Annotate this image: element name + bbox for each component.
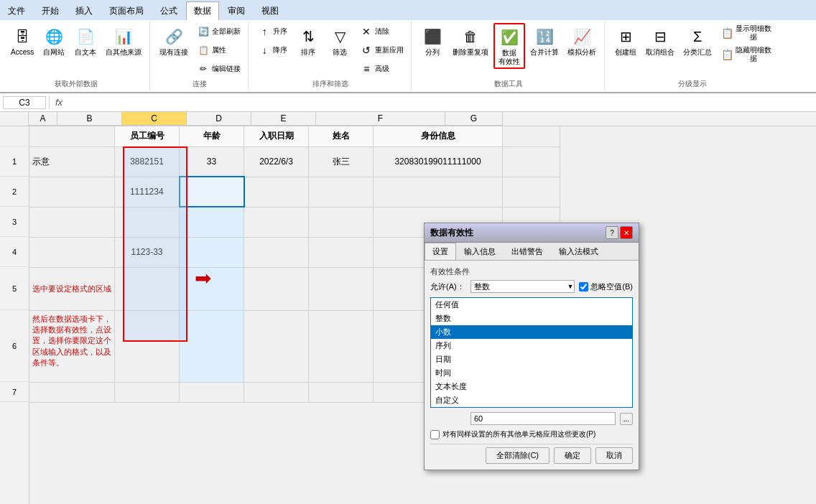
cell-B1[interactable]: 3882151 — [115, 146, 180, 177]
col-header-A[interactable]: A — [29, 112, 57, 126]
input-browse-btn1[interactable]: ... — [620, 413, 633, 425]
cell-A6[interactable]: 然后在数据选项卡下，选择数据有效性，点设置，选择你要限定这个区域输入的格式，以及… — [29, 310, 115, 382]
cell-D5[interactable] — [244, 267, 309, 310]
cell-C0[interactable]: 年龄 — [180, 126, 244, 146]
cell-B6[interactable] — [115, 310, 180, 382]
btn-other-sources[interactable]: 📊 自其他来源 — [102, 23, 145, 59]
btn-subtotal[interactable]: Σ 分类汇总 — [680, 23, 715, 59]
tab-view[interactable]: 视图 — [254, 1, 287, 20]
cell-C5[interactable] — [180, 267, 244, 310]
cell-E7[interactable] — [309, 382, 374, 402]
tab-home[interactable]: 开始 — [34, 1, 67, 20]
btn-advanced[interactable]: ≡ 高级 — [356, 60, 407, 78]
cell-C3[interactable] — [180, 207, 244, 237]
dropdown-item-any[interactable]: 任何值 — [431, 298, 632, 312]
cell-D6[interactable] — [244, 310, 309, 382]
allow-select[interactable]: 整数 — [470, 280, 575, 293]
cell-E0[interactable]: 姓名 — [309, 126, 374, 146]
btn-sort-asc[interactable]: ↑ 升序 — [254, 23, 290, 40]
cell-E5[interactable] — [309, 267, 374, 310]
dialog-help-btn[interactable]: ? — [606, 226, 618, 239]
row-header-2[interactable]: 2 — [0, 177, 29, 207]
cell-E2[interactable] — [309, 177, 374, 207]
cell-D0[interactable]: 入职日期 — [244, 126, 309, 146]
dialog-tab-error-alert[interactable]: 出错警告 — [504, 243, 551, 260]
apply-to-all-checkbox[interactable] — [430, 430, 440, 439]
btn-data-validate[interactable]: ✅ 数据有效性 — [493, 23, 525, 69]
dropdown-item-integer[interactable]: 整数 — [431, 312, 632, 325]
dialog-tab-input-msg[interactable]: 输入信息 — [456, 243, 504, 260]
cell-F0[interactable]: 身份信息 — [374, 126, 503, 146]
cell-D3[interactable] — [244, 207, 309, 237]
tab-layout[interactable]: 页面布局 — [101, 1, 152, 20]
tab-insert[interactable]: 插入 — [68, 1, 101, 20]
row-header-4[interactable]: 4 — [0, 237, 29, 267]
btn-existing-connections[interactable]: 🔗 现有连接 — [156, 23, 192, 59]
dialog-tab-input-mode[interactable]: 输入法模式 — [551, 243, 606, 260]
formula-input[interactable] — [68, 98, 813, 108]
cell-E1[interactable]: 张三 — [309, 146, 374, 177]
cell-G1[interactable] — [503, 146, 560, 177]
col-header-D[interactable]: D — [187, 112, 251, 126]
col-header-B[interactable]: B — [57, 112, 122, 126]
cell-D1[interactable]: 2022/6/3 — [244, 146, 309, 177]
ignore-blank-checkbox[interactable] — [579, 282, 588, 291]
cell-A5[interactable]: 选中要设定格式的区域 — [29, 267, 115, 310]
cell-E3[interactable] — [309, 207, 374, 237]
btn-access[interactable]: 🗄 Access — [7, 23, 37, 59]
cell-B4[interactable]: 1123-33 — [115, 237, 180, 267]
cell-C4[interactable] — [180, 237, 244, 267]
cell-C1[interactable]: 33 — [180, 146, 244, 177]
cell-D4[interactable] — [244, 237, 309, 267]
cell-D2[interactable] — [244, 177, 309, 207]
cell-B3[interactable] — [115, 207, 180, 237]
col-header-F[interactable]: F — [316, 112, 445, 126]
col-header-C[interactable]: C — [122, 112, 187, 126]
btn-what-if[interactable]: 📈 模拟分析 — [564, 23, 600, 59]
btn-sort[interactable]: ⇅ 排序 — [293, 23, 323, 59]
cell-A1[interactable]: 示意 — [29, 146, 115, 177]
btn-clear[interactable]: ✕ 清除 — [356, 23, 407, 40]
cell-E6[interactable] — [309, 310, 374, 382]
data-validation-dialog[interactable]: 数据有效性 ? ✕ 设置 输入信息 出错警告 输入法模式 有效性条件 允许(A)… — [424, 223, 639, 470]
cell-C2[interactable] — [180, 177, 244, 207]
cell-A0[interactable] — [29, 126, 115, 146]
dropdown-item-list[interactable]: 序列 — [431, 339, 632, 353]
cell-B2[interactable]: 1111234 — [115, 177, 180, 207]
cell-A2[interactable] — [29, 177, 115, 207]
cell-B5[interactable] — [115, 267, 180, 310]
cell-B0[interactable]: 员工编号 — [115, 126, 180, 146]
btn-group[interactable]: ⊞ 创建组 — [611, 23, 641, 59]
cell-F1[interactable]: 320830199011111000 — [374, 146, 503, 177]
row-header-6[interactable]: 6 — [0, 310, 29, 382]
dialog-tab-settings[interactable]: 设置 — [425, 243, 456, 260]
name-box[interactable] — [3, 96, 46, 109]
btn-properties[interactable]: 📋 属性 — [193, 42, 244, 59]
btn-show-detail[interactable]: 📋 显示明细数据 — [717, 23, 774, 43]
row-header-3[interactable]: 3 — [0, 207, 29, 237]
cell-A7[interactable] — [29, 382, 115, 402]
row-header-7[interactable]: 7 — [0, 382, 29, 402]
dropdown-item-decimal[interactable]: 小数 — [431, 325, 632, 339]
tab-review[interactable]: 审阅 — [220, 1, 253, 20]
btn-consolidate[interactable]: 🔢 合并计算 — [527, 23, 562, 59]
btn-filter[interactable]: ▽ 筛选 — [325, 23, 355, 59]
cell-F2[interactable] — [374, 177, 503, 207]
dropdown-item-custom[interactable]: 自定义 — [431, 393, 632, 407]
dropdown-item-time[interactable]: 时间 — [431, 366, 632, 380]
cancel-button[interactable]: 取消 — [595, 447, 633, 464]
cell-G2[interactable] — [503, 177, 560, 207]
btn-web[interactable]: 🌐 自网站 — [39, 23, 69, 59]
btn-edit-links[interactable]: ✏ 编辑链接 — [193, 60, 244, 78]
dropdown-item-text-length[interactable]: 文本长度 — [431, 380, 632, 393]
btn-refresh-all[interactable]: 🔄 全部刷新 — [193, 23, 244, 40]
btn-split-col[interactable]: ⬛ 分列 — [417, 23, 448, 59]
clear-all-button[interactable]: 全部清除(C) — [486, 447, 550, 464]
cell-C7[interactable] — [180, 382, 244, 402]
btn-ungroup[interactable]: ⊟ 取消组合 — [642, 23, 678, 59]
input-value-field[interactable] — [470, 412, 616, 425]
row-header-5[interactable]: 5 — [0, 267, 29, 310]
row-header-0[interactable] — [0, 126, 29, 146]
dialog-close-btn[interactable]: ✕ — [620, 226, 633, 239]
btn-reapply[interactable]: ↺ 重新应用 — [356, 42, 407, 59]
